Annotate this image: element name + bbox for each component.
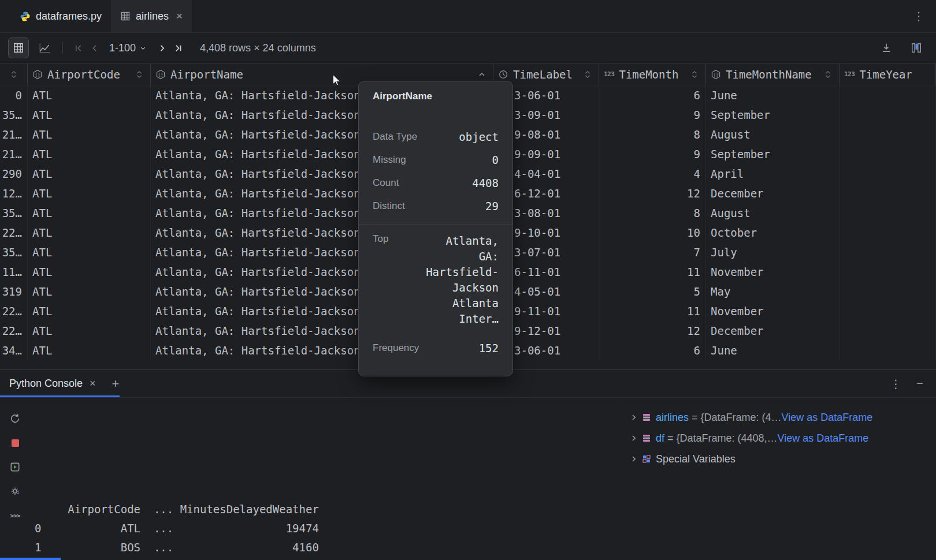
cell-time-month[interactable]: 6 [599,341,706,360]
cell-row-index[interactable]: 35… [0,242,28,262]
cell-time-month-name[interactable]: August [706,125,840,144]
cell-time-month-name[interactable]: June [706,341,840,360]
view-as-dataframe-link[interactable]: View as DataFrame [778,432,869,445]
cell-time-year[interactable] [840,85,936,105]
prev-page-button[interactable] [86,40,102,56]
cell-airport-code[interactable]: ATL [28,203,151,223]
cell-time-year[interactable] [840,341,936,360]
cell-row-index[interactable]: 319 [0,282,28,301]
cell-time-month-name[interactable]: June [706,85,840,105]
cell-time-year[interactable] [840,262,936,282]
cell-time-month[interactable]: 10 [599,223,706,242]
cell-row-index[interactable]: 35… [0,203,28,223]
expand-chevron-icon[interactable] [629,454,638,464]
export-download-button[interactable] [876,38,897,58]
cell-time-month-name[interactable]: November [706,301,840,321]
close-tab-icon[interactable] [176,10,183,23]
cell-airport-code[interactable]: ATL [28,105,151,125]
cell-airport-code[interactable]: ATL [28,223,151,242]
cell-time-month-name[interactable]: November [706,262,840,282]
cell-time-year[interactable] [840,301,936,321]
cell-airport-code[interactable]: ATL [28,85,151,105]
cell-time-month[interactable]: 12 [599,321,706,341]
cell-airport-code[interactable]: ATL [28,262,151,282]
cell-time-year[interactable] [840,125,936,144]
cell-row-index[interactable]: 11… [0,262,28,282]
cell-time-month[interactable]: 11 [599,301,706,321]
cell-row-index[interactable]: 22… [0,321,28,341]
cell-time-year[interactable] [840,144,936,164]
cell-time-month-name[interactable]: October [706,223,840,242]
cell-time-month[interactable]: 4 [599,164,706,184]
cell-time-month-name[interactable]: September [706,105,840,125]
expand-chevron-icon[interactable] [629,413,638,422]
cell-time-year[interactable] [840,242,936,262]
cell-time-month-name[interactable]: August [706,203,840,223]
cell-row-index[interactable]: 290 [0,164,28,184]
cell-time-year[interactable] [840,164,936,184]
cell-airport-code[interactable]: ATL [28,341,151,360]
cell-row-index[interactable]: 21… [0,125,28,144]
grid-view-button[interactable] [8,38,29,58]
cell-row-index[interactable]: 0 [0,85,28,105]
cell-time-year[interactable] [840,184,936,203]
add-console-button[interactable] [112,376,120,391]
close-console-icon[interactable] [90,378,96,390]
cell-time-year[interactable] [840,223,936,242]
column-header-timemonth[interactable]: TimeMonth [599,64,706,85]
minimize-panel-icon[interactable] [916,377,923,390]
execute-command-button[interactable] [7,459,23,475]
column-header-row-index[interactable] [0,64,28,85]
cell-time-month[interactable]: 8 [599,125,706,144]
expand-chevron-icon[interactable] [629,434,638,443]
rerun-button[interactable] [7,410,23,427]
console-tab[interactable]: Python Console [9,378,90,390]
tab-airlines[interactable]: airlines [111,0,192,32]
cell-row-index[interactable]: 12… [0,184,28,203]
cell-airport-code[interactable]: ATL [28,164,151,184]
cell-airport-code[interactable]: ATL [28,282,151,301]
column-header-timeyear[interactable]: TimeYear [840,64,936,85]
cell-time-month-name[interactable]: May [706,282,840,301]
tab-options-kebab-icon[interactable] [913,9,924,23]
last-page-button[interactable] [170,40,186,56]
first-page-button[interactable] [70,40,86,56]
cell-time-month-name[interactable]: December [706,321,840,341]
cell-time-month[interactable]: 11 [599,262,706,282]
cell-row-index[interactable]: 35… [0,105,28,125]
cell-airport-code[interactable]: ATL [28,301,151,321]
cell-row-index[interactable]: 22… [0,301,28,321]
cell-row-index[interactable]: 22… [0,223,28,242]
tab-dataframes-py[interactable]: dataframes.py [10,0,111,32]
special-variables-row[interactable]: Special Variables [622,449,936,469]
cell-row-index[interactable]: 21… [0,144,28,164]
cell-time-month-name[interactable]: December [706,184,840,203]
cell-time-month[interactable]: 6 [599,85,706,105]
cell-time-month[interactable]: 8 [599,203,706,223]
page-range-dropdown[interactable]: 1-100 [106,42,150,54]
column-header-timemonthname[interactable]: {} TimeMonthName [706,64,840,85]
cell-time-year[interactable] [840,321,936,341]
cell-time-month-name[interactable]: April [706,164,840,184]
column-settings-button[interactable] [906,38,927,58]
console-options-kebab-icon[interactable] [890,377,901,391]
cell-time-month-name[interactable]: July [706,242,840,262]
column-header-airportcode[interactable]: {} AirportCode [28,64,151,85]
cell-row-index[interactable]: 34… [0,341,28,360]
scroll-to-end-button[interactable] [7,507,23,524]
chart-view-button[interactable] [35,38,55,58]
cell-time-month[interactable]: 9 [599,144,706,164]
cell-airport-code[interactable]: ATL [28,242,151,262]
cell-time-year[interactable] [840,203,936,223]
cell-airport-code[interactable]: ATL [28,184,151,203]
console-settings-button[interactable] [7,483,23,499]
variable-row[interactable]: df = {DataFrame: (4408,…View as DataFram… [622,428,936,449]
next-page-button[interactable] [154,40,170,56]
stop-button[interactable] [7,435,23,451]
cell-time-year[interactable] [840,282,936,301]
cell-airport-code[interactable]: ATL [28,321,151,341]
cell-time-month[interactable]: 12 [599,184,706,203]
variable-row[interactable]: airlines = {DataFrame: (4…View as DataFr… [622,407,936,428]
cell-time-month[interactable]: 9 [599,105,706,125]
cell-airport-code[interactable]: ATL [28,125,151,144]
